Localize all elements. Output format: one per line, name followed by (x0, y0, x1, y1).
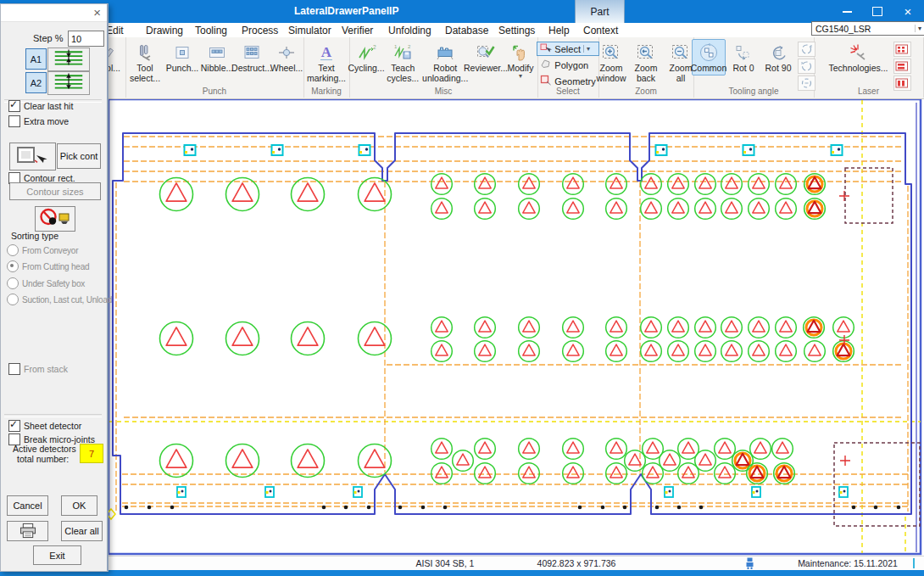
menu-bar: EditDrawingToolingProcessSimulatorVerifi… (0, 23, 924, 37)
ribbon-button-wheel[interactable]: Wheel... (270, 39, 303, 75)
step-input[interactable]: 10 (68, 31, 104, 47)
menu-item-simulator[interactable]: Simulator (288, 25, 331, 36)
ribbon-button-cycling[interactable]: 2Cycling... (349, 39, 383, 75)
ribbon-button-label: Select (554, 44, 581, 54)
ok-button[interactable]: OK (61, 495, 97, 516)
status-material: AISI 304 SB, 1 (398, 558, 492, 568)
ribbon-button-destruct[interactable]: Destruct... (235, 39, 269, 75)
suppress-hit-button[interactable] (35, 206, 75, 232)
checkbox-sheet-detector[interactable]: Sheet detector (8, 420, 81, 432)
ribbon-button-teach-cycles[interactable]: 12Teach cycles... (384, 39, 421, 85)
menu-item-help[interactable]: Help (548, 25, 570, 36)
ribbon-button-nibble[interactable]: Nibble... (200, 39, 234, 75)
checkbox-clear-last-hit[interactable]: Clear last hit (8, 100, 73, 112)
minimize-button[interactable] (832, 0, 862, 23)
contour-pick-mode-button[interactable] (9, 143, 56, 171)
menu-item-database[interactable]: Database (445, 25, 488, 36)
ribbon-button-common[interactable]: Common (692, 39, 726, 75)
radio-circle[interactable] (7, 260, 19, 272)
ribbon-button-zoom-back[interactable]: Zoom back (629, 39, 663, 85)
window-title: LateralDrawerPanelIP (294, 5, 398, 17)
technologies-icon (848, 41, 870, 64)
punch-sorting-dialog: × Step % 10 A1 A2 Clear last hitExtra mo… (0, 3, 109, 572)
a2-adjust-button[interactable] (47, 71, 90, 95)
robot-unloading-icon (435, 41, 455, 64)
ribbon-button-modify[interactable]: Modify▾ (504, 39, 537, 81)
ribbon-button-zoom-window[interactable]: Zoom window (594, 39, 628, 85)
ribbon-button-label: Rot 90 (765, 64, 792, 74)
menu-item-edit[interactable]: Edit (106, 25, 124, 36)
rotate-ccw-icon[interactable] (798, 59, 815, 74)
menu-item-unfolding[interactable]: Unfolding (388, 25, 431, 36)
ribbon-button-text-marking[interactable]: AText marking... (303, 39, 349, 85)
checkbox-from-stack[interactable]: From stack (8, 363, 68, 375)
print-button[interactable] (7, 521, 48, 541)
pick-cont-button[interactable]: Pick cont (57, 143, 101, 169)
radio-circle[interactable] (7, 294, 19, 305)
chevron-down-icon[interactable]: ▾ (583, 45, 590, 53)
ribbon-button-label: Tool select... (128, 64, 162, 83)
contour-sizes-label: Contour sizes (26, 187, 83, 197)
radio-from-conveyor[interactable]: From Conveyor (7, 244, 78, 256)
ribbon-button-punch[interactable]: Punch... (165, 39, 199, 75)
zoom-window-icon (601, 41, 621, 64)
ribbon-button-reviewer[interactable]: Reviewer... (469, 39, 503, 75)
a1-button[interactable]: A1 (25, 48, 47, 70)
radio-label: From Conveyor (22, 246, 78, 255)
ribbon-button-technologies[interactable]: Technologies... (827, 39, 891, 75)
clear-all-button[interactable]: Clear all (61, 521, 103, 541)
ribbon-group-label: Zoom (598, 87, 693, 96)
radio-from-cutting-head[interactable]: From Cutting head (7, 260, 89, 272)
ribbon-button-robot-unloading[interactable]: Robot unloading... (422, 39, 468, 85)
ribbon-button-polygon[interactable]: Polygon (537, 58, 598, 72)
ribbon-button-rot-90[interactable]: Rot 90 (761, 39, 795, 75)
ribbon-button-tool-select[interactable]: Tool select... (125, 39, 164, 85)
radio-circle[interactable] (7, 244, 19, 256)
text-marking-icon: A (316, 41, 337, 64)
machine-select[interactable]: CG1540_LSR ▾ (811, 21, 924, 36)
laser-table-icon-1[interactable] (893, 42, 911, 57)
menu-item-settings[interactable]: Settings (498, 25, 535, 36)
menu-item-drawing[interactable]: Drawing (146, 25, 183, 36)
radio-suction-last-cut-unload[interactable]: Suction, Last cut, Unload (7, 294, 112, 305)
tab-part[interactable]: Part (575, 0, 625, 23)
ribbon-group-misc: 2Cycling...12Teach cycles...Robot unload… (349, 37, 538, 98)
menu-item-verifier[interactable]: Verifier (342, 25, 373, 36)
status-maintenance: Maintenance: 15.11.2021 (780, 558, 916, 568)
radio-circle[interactable] (7, 277, 19, 289)
rectangle-pick-icon (14, 144, 53, 169)
contour-sizes-button[interactable]: Contour sizes (9, 182, 101, 200)
robot-icon (745, 557, 754, 571)
laser-table-icon-2[interactable] (893, 59, 911, 74)
a2-button[interactable]: A2 (25, 72, 47, 93)
exit-button[interactable]: Exit (33, 545, 81, 565)
checkbox-extra-move[interactable]: Extra move (8, 115, 69, 127)
a1-adjust-button[interactable] (47, 48, 90, 71)
menu-item-context[interactable]: Context (583, 25, 618, 36)
cancel-button[interactable]: Cancel (7, 495, 48, 516)
chevron-down-icon[interactable]: ▾ (915, 25, 924, 32)
dialog-titlebar[interactable]: × (1, 4, 107, 22)
dialog-close-icon[interactable]: × (93, 5, 101, 20)
ribbon: Tool...AutomaticTool select...Punch...Ni… (0, 37, 924, 99)
maximize-button[interactable] (862, 0, 893, 23)
active-detectors-label-2: total number: (17, 454, 69, 464)
close-button[interactable]: × (893, 0, 923, 23)
ribbon-group-label: Misc (349, 87, 537, 96)
menu-item-tooling[interactable]: Tooling (195, 25, 227, 36)
ribbon-button-select[interactable]: Select▾ (537, 42, 598, 56)
adjust-lines-icon (51, 49, 86, 70)
taskbar-strip (0, 570, 924, 576)
radio-label: From Cutting head (22, 262, 89, 271)
ribbon-button-rot-0[interactable]: Rot 0 (726, 39, 760, 75)
ribbon-button-label: Rot 0 (732, 64, 754, 74)
ribbon-group-zoom: Zoom windowZoom backZoom allZoom (598, 37, 694, 98)
ribbon-button-label: Zoom back (632, 64, 660, 83)
checkbox-box[interactable] (8, 363, 20, 375)
rotate-cw-icon[interactable] (798, 42, 815, 57)
checkbox-box[interactable] (8, 115, 20, 127)
checkbox-box[interactable] (8, 100, 20, 112)
menu-item-process[interactable]: Process (242, 25, 278, 36)
checkbox-box[interactable] (8, 420, 20, 432)
radio-under-safety-box[interactable]: Under Safety box (7, 277, 85, 289)
